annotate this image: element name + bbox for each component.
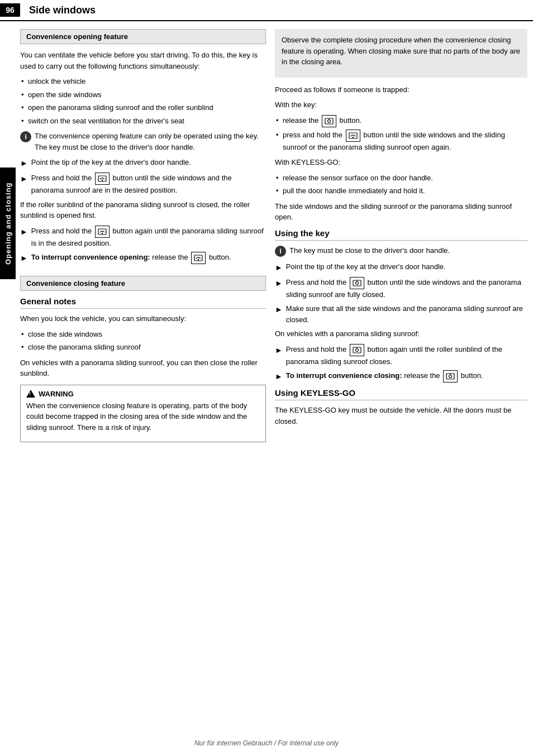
svg-point-3 — [102, 232, 103, 233]
button-icon-uk2 — [350, 277, 364, 289]
button-icon-panorama — [350, 344, 364, 356]
observe-text: Observe the complete closing procedure w… — [282, 35, 521, 68]
list-item: open the side windows — [20, 89, 266, 101]
right-column: Observe the complete closing procedure w… — [275, 29, 527, 448]
panorama-instruction-text: Press and hold the button again until th… — [286, 344, 527, 367]
using-key-heading: Using the key — [275, 228, 527, 241]
convenience-opening-title: Convenience opening feature — [20, 29, 266, 44]
svg-point-18 — [449, 375, 452, 378]
closing-interrupt-text: To interrupt convenience closing: releas… — [286, 370, 483, 382]
using-key-info-box: i The key must be close to the driver's … — [275, 245, 527, 257]
button-icon-sunroof — [95, 173, 110, 185]
svg-point-7 — [327, 119, 330, 122]
arrow-icon: ► — [275, 344, 283, 356]
page-wrapper: 96 Side windows Opening and closing Conv… — [0, 0, 533, 756]
panorama-text: On vehicles with a panorama sliding sunr… — [275, 328, 527, 339]
content-area: Convenience opening feature You can vent… — [0, 21, 533, 453]
arrow-icon: ► — [20, 157, 28, 169]
page-footer: Nur für internen Gebrauch / For internal… — [0, 739, 533, 747]
closing-intro: When you lock the vehicle, you can simul… — [20, 313, 266, 324]
using-key-instruction3: ► Make sure that all the side windows an… — [275, 303, 527, 325]
opening-bullets: unlock the vehicle open the side windows… — [20, 76, 266, 126]
list-item: close the side windows — [20, 329, 266, 340]
list-item: release the button. — [275, 115, 527, 127]
instruction1-text: Point the tip of the key at the driver's… — [31, 157, 191, 168]
with-key-bullets: release the button. press and hold the — [275, 115, 527, 153]
svg-point-12 — [355, 281, 358, 284]
svg-point-10 — [352, 136, 353, 137]
closing-bullets: close the side windows close the panoram… — [20, 329, 266, 353]
warning-text: When the convenience closing feature is … — [26, 400, 260, 433]
with-keyless-heading: With KEYLESS-GO: — [275, 157, 527, 168]
opening-info-text: The convenience opening feature can only… — [35, 131, 266, 152]
button-icon-interrupt — [191, 252, 206, 264]
using-keyless-heading: Using KEYLESS-GO — [275, 388, 527, 400]
opening-interrupt: ► To interrupt convenience opening: rele… — [20, 252, 266, 264]
list-item: close the panorama sliding sunroof — [20, 342, 266, 353]
roller-text: If the roller sunblind of the panorama s… — [20, 199, 266, 221]
trapped-heading: Proceed as follows if someone is trapped… — [275, 84, 527, 95]
warning-title: WARNING — [26, 390, 260, 398]
list-item: pull the door handle immediately and hol… — [275, 185, 527, 197]
arrow-icon: ► — [20, 226, 28, 238]
list-item: open the panorama sliding sunroof and th… — [20, 102, 266, 113]
warning-label: WARNING — [39, 390, 74, 398]
svg-point-1 — [102, 180, 103, 181]
list-item: unlock the vehicle — [20, 76, 266, 87]
with-key-heading: With the key: — [275, 99, 527, 111]
opening-info-box: i The convenience opening feature can on… — [20, 131, 266, 152]
opening-instruction3: ► Press and hold the button again until … — [20, 226, 266, 249]
button-icon-key2 — [346, 130, 360, 142]
warning-box: WARNING When the convenience closing fea… — [20, 385, 266, 443]
uk-instruction3-text: Make sure that all the side windows and … — [286, 303, 527, 325]
closing-roller-text: On vehicles with a panorama sliding sunr… — [20, 357, 266, 379]
header-title: Side windows — [29, 4, 96, 16]
opening-intro: You can ventilate the vehicle before you… — [20, 50, 266, 71]
left-column: Convenience opening feature You can vent… — [20, 29, 266, 448]
arrow-icon: ► — [275, 304, 283, 315]
using-key-instruction2: ► Press and hold the button until the si… — [275, 277, 527, 300]
list-item: release the sensor surface on the door h… — [275, 173, 527, 184]
using-key-info: The key must be close to the driver's do… — [289, 245, 450, 256]
arrow-icon: ► — [20, 173, 28, 185]
observe-box: Observe the complete closing procedure w… — [275, 29, 527, 78]
button-icon-closing-interrupt — [443, 370, 458, 382]
opening-instruction2: ► Press and hold the button until the si… — [20, 173, 266, 196]
instruction2-text: Press and hold the button until the side… — [31, 173, 266, 196]
info-icon2: i — [275, 246, 286, 257]
warning-triangle-icon — [26, 390, 35, 398]
footer-text: Nur für internen Gebrauch / For internal… — [194, 739, 339, 747]
convenience-closing-title: Convenience closing feature — [20, 276, 266, 291]
keyless-result: The side windows and the sliding sunroof… — [275, 201, 527, 223]
uk-instruction2-text: Press and hold the button until the side… — [286, 277, 527, 300]
using-keyless-text: The KEYLESS-GO key must be outside the v… — [275, 405, 527, 427]
list-item: press and hold the button until the side… — [275, 130, 527, 153]
closing-interrupt: ► To interrupt convenience closing: rele… — [275, 370, 527, 382]
keyless-bullets: release the sensor surface on the door h… — [275, 173, 527, 197]
page-number: 96 — [0, 3, 20, 17]
list-item: switch on the seat ventilation for the d… — [20, 116, 266, 127]
panorama-instruction: ► Press and hold the button again until … — [275, 344, 527, 367]
using-key-instruction1: ► Point the tip of the key at the driver… — [275, 261, 527, 274]
instruction3-text: Press and hold the button again until th… — [31, 226, 266, 249]
arrow-icon: ► — [275, 262, 283, 274]
arrow-icon: ► — [275, 371, 283, 382]
general-notes-heading: General notes — [20, 296, 266, 309]
arrow-icon: ► — [20, 252, 28, 264]
button-icon-sunroof2 — [95, 226, 110, 238]
svg-point-15 — [355, 348, 358, 351]
svg-point-5 — [198, 259, 199, 260]
arrow-icon: ► — [275, 277, 283, 289]
info-icon: i — [20, 131, 31, 142]
uk-instruction1-text: Point the tip of the key at the driver's… — [286, 261, 446, 272]
top-header: 96 Side windows — [0, 0, 533, 21]
side-tab: Opening and closing — [0, 168, 16, 279]
interrupt-text: To interrupt convenience opening: releas… — [31, 252, 231, 264]
button-icon-key1 — [322, 115, 336, 127]
opening-instruction1: ► Point the tip of the key at the driver… — [20, 157, 266, 169]
